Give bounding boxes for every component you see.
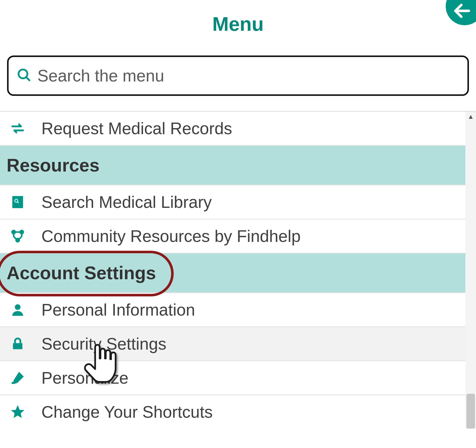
section-header-resources: Resources — [0, 146, 476, 185]
svg-rect-11 — [12, 382, 15, 384]
scrollbar-thumb[interactable] — [466, 394, 475, 429]
menu-item-label: Security Settings — [41, 334, 166, 353]
menu-item-community-resources[interactable]: Community Resources by Findhelp — [0, 219, 476, 254]
svg-point-1 — [19, 70, 28, 78]
search-icon — [17, 68, 32, 84]
menu-item-label: Personalize — [41, 368, 128, 387]
menu-item-security-settings[interactable]: Security Settings — [0, 327, 476, 361]
swap-icon — [8, 120, 28, 136]
menu-header: Menu — [0, 0, 476, 55]
menu-item-label: Change Your Shortcuts — [41, 402, 213, 422]
book-icon — [8, 194, 28, 210]
menu-item-search-medical-library[interactable]: Search Medical Library — [0, 185, 476, 219]
menu-item-label: Search Medical Library — [41, 192, 212, 212]
network-icon — [8, 228, 28, 244]
menu-item-request-medical-records[interactable]: Request Medical Records — [0, 112, 476, 146]
arrow-left-icon — [452, 1, 472, 22]
brush-icon — [8, 370, 28, 386]
menu-scroll-area: Request Medical Records Resources Search… — [0, 111, 476, 429]
star-icon — [8, 404, 28, 420]
svg-point-9 — [15, 304, 20, 310]
search-input[interactable] — [37, 66, 465, 85]
search-box[interactable] — [7, 55, 469, 96]
lock-icon — [8, 336, 28, 352]
search-container — [7, 55, 469, 96]
menu-item-label: Community Resources by Findhelp — [41, 227, 301, 246]
section-header-account-settings: Account Settings — [0, 254, 476, 293]
menu-item-change-shortcuts[interactable]: Change Your Shortcuts — [0, 395, 476, 429]
svg-rect-10 — [13, 343, 22, 349]
menu-item-label: Request Medical Records — [41, 119, 232, 138]
menu-item-personal-information[interactable]: Personal Information — [0, 293, 476, 327]
svg-line-2 — [26, 77, 30, 81]
menu-item-label: Personal Information — [41, 300, 195, 319]
scroll-up-icon[interactable]: ▲ — [465, 113, 476, 121]
person-icon — [8, 302, 28, 318]
scrollbar[interactable]: ▲ — [465, 112, 476, 429]
menu-item-personalize[interactable]: Personalize — [0, 361, 476, 395]
svg-marker-12 — [11, 405, 24, 418]
page-title: Menu — [0, 13, 476, 36]
